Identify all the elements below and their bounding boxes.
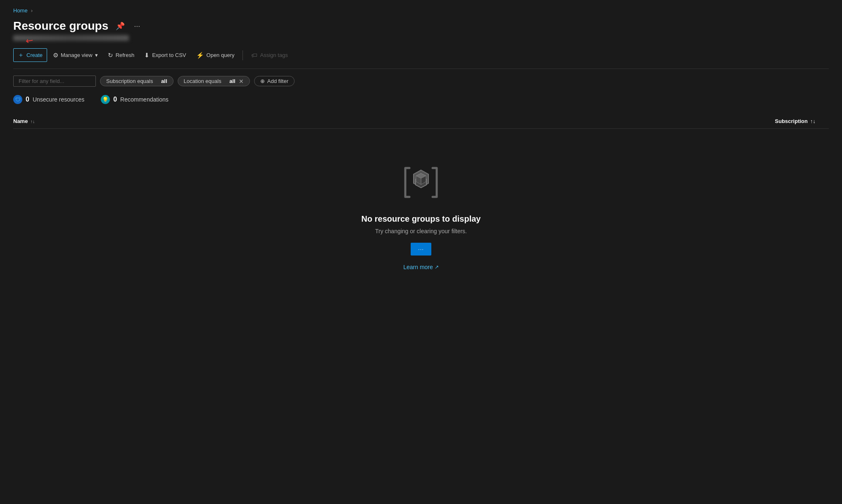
subscription-filter-label: Subscription equals <box>106 78 153 84</box>
add-filter-icon: ⊕ <box>260 78 265 84</box>
create-label: Create <box>26 52 43 58</box>
unsecure-label: Unsecure resources <box>33 96 84 103</box>
page-title: Resource groups <box>13 19 108 33</box>
security-icon: 🛡 <box>13 95 22 104</box>
manage-view-label: Manage view <box>61 52 93 58</box>
manage-view-button[interactable]: ⚙ Manage view ▾ <box>49 49 102 62</box>
add-filter-button[interactable]: ⊕ Add filter <box>254 76 295 86</box>
location-filter-remove-icon[interactable]: ✕ <box>239 78 244 84</box>
open-query-label: Open query <box>207 52 235 58</box>
subscription-filter-value: all <box>161 78 167 84</box>
refresh-button[interactable]: ↻ Refresh <box>104 49 139 62</box>
chevron-down-icon: ▾ <box>95 52 98 58</box>
learn-more-link[interactable]: Learn more ↗ <box>403 264 439 270</box>
location-filter-pill[interactable]: Location equals all ✕ <box>178 76 250 86</box>
external-link-icon: ↗ <box>435 264 439 270</box>
export-csv-label: Export to CSV <box>152 52 186 58</box>
subscription-filter-pill[interactable]: Subscription equals all <box>100 76 174 86</box>
name-sort-icon: ↑↓ <box>30 119 35 124</box>
refresh-icon: ↻ <box>108 52 113 59</box>
query-icon: ⚡ <box>196 52 204 59</box>
subscription-column-header[interactable]: Subscription ↑↓ <box>775 118 816 124</box>
page-header: Resource groups 📌 ··· <box>13 19 829 33</box>
filter-bar: Subscription equals all Location equals … <box>13 76 829 87</box>
location-filter-label: Location equals <box>184 78 221 84</box>
tag-icon: 🏷 <box>251 52 257 59</box>
unsecure-resources-stat: 🛡 0 Unsecure resources <box>13 95 84 104</box>
empty-state: No resource groups to display Try changi… <box>13 129 829 295</box>
open-query-button[interactable]: ⚡ Open query <box>192 49 239 62</box>
ellipsis-icon: ··· <box>134 22 140 31</box>
stats-row: 🛡 0 Unsecure resources 💡 0 Recommendatio… <box>13 95 829 104</box>
toolbar-divider <box>243 50 243 60</box>
download-icon: ⬇ <box>144 52 150 59</box>
unsecure-count: 0 <box>26 96 29 103</box>
empty-title: No resource groups to display <box>362 214 481 224</box>
toolbar: ↙ ＋ Create ⚙ Manage view ▾ ↻ Refresh ⬇ E… <box>13 48 829 69</box>
breadcrumb-separator: › <box>31 7 33 14</box>
add-filter-label: Add filter <box>267 78 288 84</box>
recommendations-count: 0 <box>113 96 117 103</box>
assign-tags-label: Assign tags <box>260 52 288 58</box>
breadcrumb: Home › <box>13 7 829 14</box>
empty-subtitle: Try changing or clearing your filters. <box>375 228 467 234</box>
export-csv-button[interactable]: ⬇ Export to CSV <box>140 49 190 62</box>
name-col-label: Name <box>13 118 28 124</box>
refresh-label: Refresh <box>116 52 135 58</box>
recommendations-stat: 💡 0 Recommendations <box>101 95 169 104</box>
gear-icon: ⚙ <box>53 52 58 59</box>
more-options-button[interactable]: ··· <box>132 20 142 32</box>
location-filter-value: all <box>229 78 235 84</box>
pin-button[interactable]: 📌 <box>114 20 126 32</box>
subscription-col-label: Subscription <box>775 118 808 124</box>
recommendations-icon: 💡 <box>101 95 110 104</box>
name-column-header[interactable]: Name ↑↓ <box>13 118 35 124</box>
empty-action-button[interactable]: ··· <box>411 243 431 256</box>
learn-more-label: Learn more <box>403 264 433 270</box>
assign-tags-button[interactable]: 🏷 Assign tags <box>247 49 292 61</box>
plus-icon: ＋ <box>18 51 24 59</box>
breadcrumb-home[interactable]: Home <box>13 7 28 14</box>
recommendations-label: Recommendations <box>120 96 169 103</box>
pin-icon: 📌 <box>116 21 125 31</box>
create-button[interactable]: ＋ Create <box>13 48 47 62</box>
empty-state-icon <box>400 162 442 204</box>
create-wrapper: ↙ ＋ Create <box>13 48 47 62</box>
table-header: Name ↑↓ Subscription ↑↓ <box>13 114 829 129</box>
filter-input[interactable] <box>13 76 96 87</box>
subscription-sort-icon: ↑↓ <box>810 118 816 124</box>
